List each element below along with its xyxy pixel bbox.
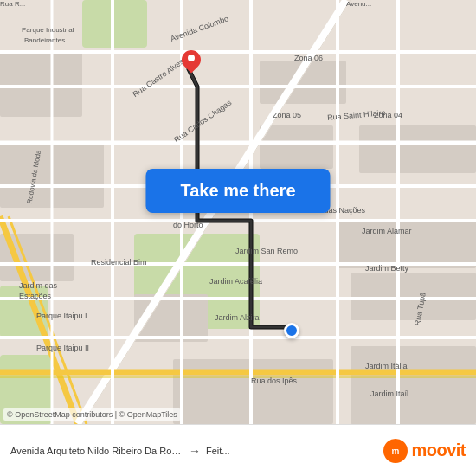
osm-attribution: © OpenStreetMap contributors | © OpenMap…	[3, 408, 181, 421]
block-industrial	[0, 52, 82, 117]
moovit-logo-icon: m	[383, 439, 408, 463]
navigation-info: Avenida Arquiteto Nildo Ribeiro Da Rocha…	[10, 444, 230, 458]
bottom-bar: Avenida Arquiteto Nildo Ribeiro Da Rocha…	[0, 424, 476, 476]
block-zona4	[359, 125, 476, 173]
destination-pin	[182, 50, 201, 76]
svg-text:m: m	[392, 447, 400, 456]
moovit-logo: m moovit	[383, 439, 466, 463]
from-location: Avenida Arquiteto Nildo Ribeiro Da Rocha…	[10, 446, 183, 456]
moovit-brand-name: moovit	[411, 441, 466, 460]
block-san-remo	[134, 294, 208, 342]
arrow-icon: →	[189, 444, 201, 458]
map-container: Avenida Colombo Rua Castro Alves Rua Car…	[0, 0, 476, 424]
origin-pin	[284, 323, 299, 338]
block-residencial	[0, 143, 104, 208]
block-italia	[351, 346, 476, 424]
block-ipos	[173, 359, 333, 424]
to-location: Feit...	[206, 446, 230, 456]
take-me-there-button[interactable]: Take me there	[145, 169, 330, 213]
block-jardim-estacoes	[0, 234, 74, 281]
block-alamar	[338, 221, 476, 268]
green-area-north	[82, 0, 147, 48]
block-zona6	[260, 61, 346, 104]
block-betty	[351, 273, 476, 320]
block-zona5	[260, 125, 333, 169]
green-area-west	[0, 286, 48, 338]
